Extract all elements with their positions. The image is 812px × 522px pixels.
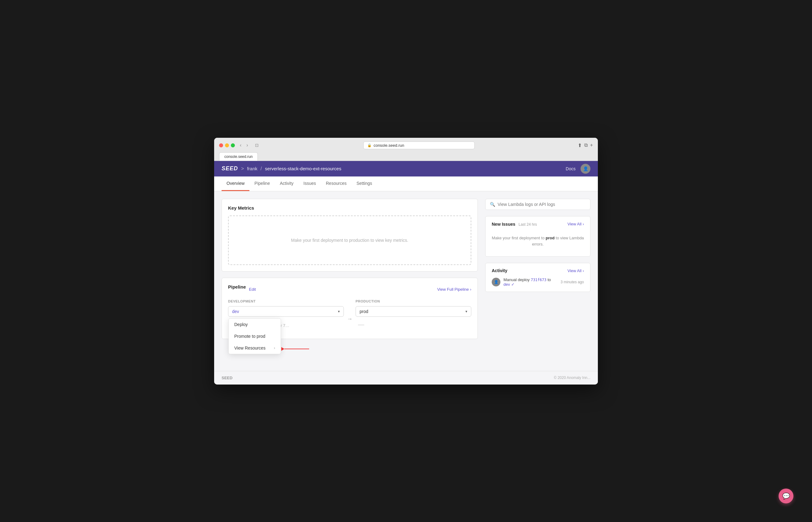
footer-logo: SEED <box>222 376 232 380</box>
new-tab-button[interactable]: ⧉ <box>584 142 588 148</box>
breadcrumb-separator2: / <box>261 166 262 172</box>
address-bar-wrap: 🔒 console.seed.run <box>264 141 575 149</box>
activity-check-icon: ✓ <box>511 282 515 287</box>
dev-dropdown[interactable]: dev ▾ Deploy Promote to prod <box>228 306 344 317</box>
red-arrow <box>281 347 309 351</box>
app-footer: SEED © 2020 Anomaly Inn... <box>214 371 598 384</box>
breadcrumb-user[interactable]: frank <box>247 166 257 171</box>
tab-issues[interactable]: Issues <box>299 177 321 191</box>
back-button[interactable]: ‹ <box>238 142 243 148</box>
chevron-right-icon: › <box>274 346 275 350</box>
pipeline-edit-link[interactable]: Edit <box>249 287 256 292</box>
app-header: SEED > frank / serverless-stack-demo-ext… <box>214 161 598 177</box>
tab-settings[interactable]: Settings <box>352 177 377 191</box>
header-left: SEED > frank / serverless-stack-demo-ext… <box>222 165 341 172</box>
app-logo[interactable]: SEED <box>222 165 238 172</box>
browser-controls: ‹ › ⊡ 🔒 console.seed.run ⬆ ⧉ + <box>219 141 593 149</box>
pipeline-stages: DEVELOPMENT dev ▾ Deploy Promote to prod <box>228 299 471 333</box>
prod-dropdown-arrow-icon: ▾ <box>465 309 467 314</box>
context-menu-view-resources[interactable]: View Resources › <box>229 342 281 354</box>
docs-link[interactable]: Docs <box>566 166 576 171</box>
promote-label: Promote to prod <box>234 334 265 339</box>
browser-actions: ⬆ ⧉ + <box>578 142 593 148</box>
deploy-label: Deploy <box>234 322 248 327</box>
close-traffic-light[interactable] <box>219 143 223 147</box>
search-box: 🔍 <box>485 199 590 210</box>
activity-env: dev <box>503 282 510 287</box>
dev-stage: DEVELOPMENT dev ▾ Deploy Promote to prod <box>228 299 344 332</box>
view-resources-label: View Resources <box>234 345 266 350</box>
chat-fab[interactable]: 💬 <box>778 488 793 503</box>
new-issues-card: New Issues Last 24 hrs View All › Make y… <box>485 216 590 257</box>
new-issues-header: New Issues Last 24 hrs View All › <box>492 221 584 227</box>
stage-arrow: → <box>344 309 356 322</box>
pipeline-card: Pipeline Edit View Full Pipeline › DEVEL… <box>222 278 478 339</box>
pipeline-title: Pipeline <box>228 284 246 289</box>
header-right: Docs 👤 <box>566 164 590 174</box>
key-metrics-empty: Make your first deployment to production… <box>228 216 471 265</box>
new-issues-view-all[interactable]: View All › <box>567 222 584 226</box>
new-issues-subtitle: Last 24 hrs <box>519 222 537 227</box>
activity-text: Manual deploy 731f673 to dev ✓ <box>503 277 558 287</box>
view-pipeline-link[interactable]: View Full Pipeline › <box>437 287 471 292</box>
prod-dropdown[interactable]: prod ▾ <box>356 306 471 317</box>
key-metrics-empty-text: Make your first deployment to production… <box>291 238 409 243</box>
search-input[interactable] <box>498 202 586 207</box>
tab-overview[interactable]: Overview <box>222 177 249 191</box>
breadcrumb-separator: > <box>241 166 244 172</box>
dev-stage-label: DEVELOPMENT <box>228 299 344 303</box>
tabs-bar: console.seed.run <box>219 152 593 161</box>
prod-empty: — <box>356 317 471 333</box>
sidebar-button[interactable]: ⊡ <box>253 142 261 148</box>
forward-button[interactable]: › <box>245 142 250 148</box>
activity-to: to <box>547 277 551 282</box>
left-panel: Key Metrics Make your first deployment t… <box>222 199 478 363</box>
activity-avatar: 👤 <box>492 278 500 286</box>
activity-time: 3 minutes ago <box>561 280 584 284</box>
search-icon: 🔍 <box>490 202 495 207</box>
tab-resources[interactable]: Resources <box>321 177 352 191</box>
minimize-traffic-light[interactable] <box>225 143 229 147</box>
view-pipeline-label: View Full Pipeline <box>437 287 469 292</box>
tab-pipeline[interactable]: Pipeline <box>249 177 275 191</box>
dev-env-name: dev <box>232 309 239 314</box>
context-menu-promote[interactable]: Promote to prod <box>229 330 281 342</box>
browser-nav-buttons: ‹ › <box>238 142 250 148</box>
activity-view-all[interactable]: View All › <box>567 268 584 273</box>
activity-item: 👤 Manual deploy 731f673 to dev ✓ 3 minut… <box>492 277 584 287</box>
tab-activity[interactable]: Activity <box>275 177 298 191</box>
extensions-button[interactable]: + <box>590 142 593 148</box>
avatar: 👤 <box>581 164 590 174</box>
context-menu-deploy[interactable]: Deploy <box>229 319 281 330</box>
maximize-traffic-light[interactable] <box>231 143 235 147</box>
browser-window: ‹ › ⊡ 🔒 console.seed.run ⬆ ⧉ + console.s… <box>214 138 598 384</box>
browser-chrome: ‹ › ⊡ 🔒 console.seed.run ⬆ ⧉ + console.s… <box>214 138 598 161</box>
activity-header: Activity View All › <box>492 268 584 273</box>
prod-stage-label: PRODUCTION <box>356 299 471 303</box>
main-content: Key Metrics Make your first deployment t… <box>214 191 598 371</box>
traffic-lights <box>219 143 235 147</box>
pipeline-title-group: Pipeline Edit <box>228 284 256 295</box>
red-arrowhead-icon <box>281 347 284 351</box>
prod-env-name: prod <box>359 309 368 314</box>
red-line <box>284 348 309 349</box>
url-text: console.seed.run <box>374 143 404 148</box>
activity-card: Activity View All › 👤 Manual deploy 731f… <box>485 263 590 292</box>
address-bar[interactable]: 🔒 console.seed.run <box>363 141 475 149</box>
app-nav: Overview Pipeline Activity Issues Resour… <box>214 177 598 191</box>
activity-commit: 731f673 <box>531 278 546 282</box>
activity-title: Activity <box>492 268 507 273</box>
context-menu: Deploy Promote to prod <box>228 318 281 354</box>
browser-tab[interactable]: console.seed.run <box>219 152 258 161</box>
new-issues-title-group: New Issues Last 24 hrs <box>492 221 537 227</box>
lock-icon: 🔒 <box>367 143 372 147</box>
new-issues-title: New Issues <box>492 222 515 227</box>
key-metrics-card: Key Metrics Make your first deployment t… <box>222 199 478 272</box>
dropdown-arrow-icon: ▾ <box>338 309 340 314</box>
breadcrumb-project: serverless-stack-demo-ext-resources <box>265 166 341 171</box>
new-issues-empty: Make your first deployment to prod to vi… <box>492 231 584 252</box>
key-metrics-title: Key Metrics <box>228 205 471 210</box>
right-panel: 🔍 New Issues Last 24 hrs View All › Make… <box>485 199 590 363</box>
footer-copyright: © 2020 Anomaly Inn... <box>554 376 590 380</box>
share-button[interactable]: ⬆ <box>578 142 582 148</box>
